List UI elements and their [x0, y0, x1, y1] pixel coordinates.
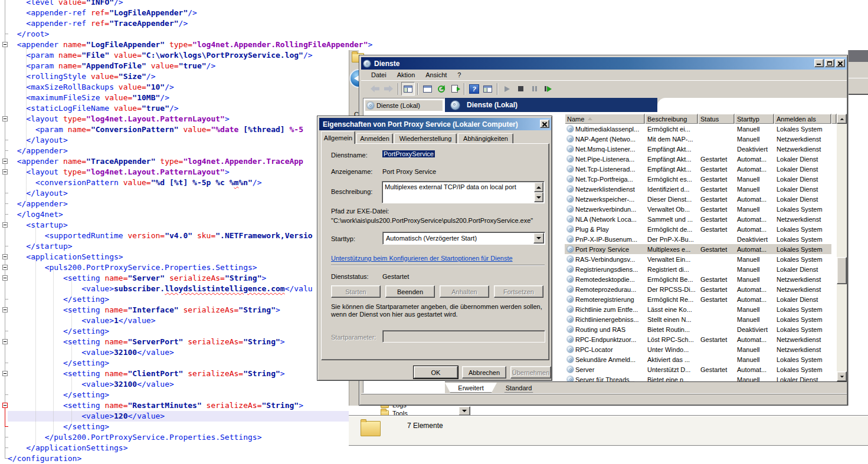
service-row[interactable]: Multimediaklassenpl...Ermöglicht ei...Ma… [565, 124, 831, 134]
code-line[interactable]: </setting> [8, 326, 350, 337]
service-row[interactable]: RPC-LocatorUnter Windo...ManuellNetzwerk… [565, 344, 831, 354]
code-line[interactable]: </log4net> [8, 209, 350, 220]
menu-ansicht[interactable]: Ansicht [420, 70, 452, 80]
service-row[interactable]: RAS-Verbindungsv...Verwaltet Ein...Manue… [565, 254, 831, 264]
code-line[interactable]: <rollingStyle value="Size"/> [8, 71, 350, 82]
code-line[interactable]: <puls200.PortProxyService.Properties.Set… [8, 262, 350, 273]
code-line[interactable]: </setting> [8, 422, 350, 432]
stop-service-icon[interactable] [514, 82, 528, 96]
code-line[interactable]: </appender> [8, 199, 350, 209]
code-line[interactable]: <appender-ref ref="TraceAppender"/> [8, 18, 350, 29]
menu-datei[interactable]: Datei [366, 70, 392, 80]
column-header[interactable]: Anmelden als [774, 114, 831, 124]
code-line[interactable]: <conversionPattern value="%d [%t] %-5p %… [8, 177, 350, 188]
start-service-icon[interactable] [500, 82, 514, 96]
code-line[interactable]: </layout> [8, 135, 350, 146]
service-row[interactable]: Plug & PlayErmöglicht de...GestartetAuto… [565, 224, 831, 234]
startoptions-help-link[interactable]: Unterstützung beim Konfigurieren der Sta… [331, 255, 513, 262]
code-line[interactable]: <setting name="ClientPort" serializeAs="… [8, 368, 350, 379]
code-line[interactable]: </startup> [8, 241, 350, 252]
extended-view-icon[interactable] [481, 82, 494, 96]
properties-dialog[interactable]: Eigenschaften von Port Proxy Service (Lo… [317, 116, 552, 381]
code-line[interactable]: <param name="ConversionPattern" value="%… [8, 124, 350, 135]
code-line[interactable]: <setting name="Interface" serializeAs="S… [8, 305, 350, 315]
services-titlebar[interactable]: Dienste [361, 57, 847, 70]
maximize-button[interactable] [825, 59, 834, 67]
uebernehmen-button[interactable]: Übernehmen [510, 366, 551, 379]
tab-erweitert[interactable]: Erweitert [445, 383, 497, 393]
service-row[interactable]: Remoteprozedurau...Der RPCSS-Di...Gestar… [565, 284, 831, 294]
properties-icon[interactable] [421, 82, 434, 96]
scroll-down-button[interactable] [837, 371, 847, 381]
dialog-titlebar[interactable]: Eigenschaften von Port Proxy Service (Lo… [319, 118, 551, 130]
tab-anmelden[interactable]: Anmelden [356, 133, 393, 144]
service-row[interactable]: Richtlinie zum Entfe...Lässt eine Ko...M… [565, 304, 831, 314]
code-line[interactable]: <value>1</value> [8, 315, 350, 326]
code-line[interactable]: <appender-ref ref="LogFileAppender"/> [8, 8, 350, 18]
restart-service-icon[interactable] [541, 82, 555, 96]
code-line[interactable]: <maximumFileSize value="10MB"/> [8, 93, 350, 103]
code-line[interactable]: <value>subscriber.lloydslistintelligence… [8, 284, 350, 294]
menu-aktion[interactable]: Aktion [392, 70, 421, 80]
export-list-icon[interactable] [448, 82, 461, 96]
service-row[interactable]: RPC-Endpunktzuor...Löst RPC-Sch...Gestar… [565, 334, 831, 344]
combobox-dropdown-icon[interactable] [533, 233, 544, 243]
code-line[interactable]: <appender name="LogFileAppender" type="l… [8, 40, 350, 50]
service-row[interactable]: Netzwerkverbindun...Verwaltet Ob...Gesta… [565, 204, 831, 214]
service-row[interactable]: NLA (Network Loca...Sammelt und ...Gesta… [565, 214, 831, 224]
service-row[interactable]: RemoteregistrierungErmöglicht Re...Gesta… [565, 294, 831, 304]
scroll-thumb[interactable] [837, 257, 847, 284]
code-line[interactable]: <appender name="TraceAppender" type="log… [8, 156, 350, 167]
code-line[interactable]: <applicationSettings> [8, 252, 350, 262]
beschreibung-textbox[interactable]: Multiplexes external TCP/IP data on loca… [382, 181, 545, 203]
services-list[interactable]: NameBeschreibungStatusStarttypAnmelden a… [565, 114, 847, 381]
abbrechen-button[interactable]: Abbrechen [462, 366, 506, 379]
refresh-icon[interactable] [434, 82, 448, 96]
code-line[interactable]: </setting> [8, 358, 350, 368]
code-line[interactable]: <value>32100</value> [8, 379, 350, 390]
service-row[interactable]: Port Proxy ServiceMultiplexes e...Gestar… [565, 244, 831, 254]
service-row[interactable]: Netzwerkspeicher-...Dieser Dienst...Gest… [565, 194, 831, 204]
code-line[interactable]: <level value="INFO"/> [8, 0, 350, 8]
startparameter-input[interactable] [382, 330, 545, 343]
service-row[interactable]: PnP-X-IP-Busenum...Der PnP-X-Bu...Deakti… [565, 234, 831, 244]
code-line[interactable]: <setting name="RestartMinutes" serialize… [8, 400, 350, 411]
service-row[interactable]: Routing und RASBietet Routin...Deaktivie… [565, 324, 831, 334]
dropdown-button[interactable] [458, 406, 470, 416]
code-line[interactable]: <setting name="Server" serializeAs="Stri… [8, 273, 350, 284]
service-row[interactable]: ServerUnterstützt D...GestartetAutomat..… [565, 364, 831, 374]
code-line[interactable]: <param name="File" value="C:\work\logs\P… [8, 50, 350, 61]
service-row[interactable]: Sekundäre Anmeld...Aktiviert das ...Manu… [565, 354, 831, 364]
code-line[interactable]: <param name="AppendToFile" value="true"/… [8, 61, 350, 71]
column-header[interactable]: Name [565, 114, 645, 124]
code-line[interactable]: </appender> [8, 146, 350, 156]
starttyp-combobox[interactable]: Automatisch (Verzögerter Start) [382, 232, 545, 245]
code-line[interactable]: <value>32100</value> [8, 347, 350, 358]
service-row[interactable]: Remotedesktopdie...Ermöglicht Be...Gesta… [565, 274, 831, 284]
service-row[interactable]: Net.Msmq-Listener...Empfängt Akt...Deakt… [565, 144, 831, 154]
service-row[interactable]: Richtlinienergebniss...Stellt einen N...… [565, 314, 831, 324]
beenden-button[interactable]: Beenden [385, 285, 435, 298]
service-row[interactable]: Net.Tcp-Listenerad...Empfängt Akt...Gest… [565, 164, 831, 174]
tab-wiederherstellung[interactable]: Wiederherstellung [394, 133, 457, 144]
tab-abhaengigkeiten[interactable]: Abhängigkeiten [458, 133, 513, 144]
service-row[interactable]: Registrierungsdiens...Registriert di...M… [565, 264, 831, 274]
code-line[interactable]: <value>120</value> [8, 411, 350, 422]
service-row[interactable]: NAP-Agent (Netwo...Mit dem NAP-...Manuel… [565, 134, 831, 144]
close-button[interactable] [836, 59, 845, 67]
scroll-down-icon[interactable] [534, 192, 543, 202]
code-line[interactable]: <layout type="log4net.Layout.PatternLayo… [8, 114, 350, 124]
service-row[interactable]: Net.Tcp-Portfreiga...Ermöglicht es...Ges… [565, 174, 831, 184]
scroll-up-icon[interactable] [534, 182, 543, 192]
service-row[interactable]: Net.Pipe-Listenera...Empfängt Akt...Gest… [565, 154, 831, 164]
dienstname-value[interactable]: PortProxyService [382, 150, 435, 157]
code-line[interactable]: <layout type="log4net.Layout.PatternLayo… [8, 167, 350, 177]
service-row[interactable]: Server für Threads...Bietet eine n...Man… [565, 374, 831, 381]
help-icon[interactable]: ? [467, 82, 481, 96]
minimize-button[interactable] [814, 59, 824, 67]
show-console-tree-icon[interactable] [401, 82, 415, 96]
code-line[interactable]: </applicationSettings> [8, 443, 350, 453]
tree-item-dienste-lokal[interactable]: Dienste (Lokal) [365, 100, 443, 111]
code-line[interactable]: </puls200.PortProxyService.Properties.Se… [8, 432, 350, 443]
code-line[interactable]: <setting name="ServerPort" serializeAs="… [8, 337, 350, 347]
